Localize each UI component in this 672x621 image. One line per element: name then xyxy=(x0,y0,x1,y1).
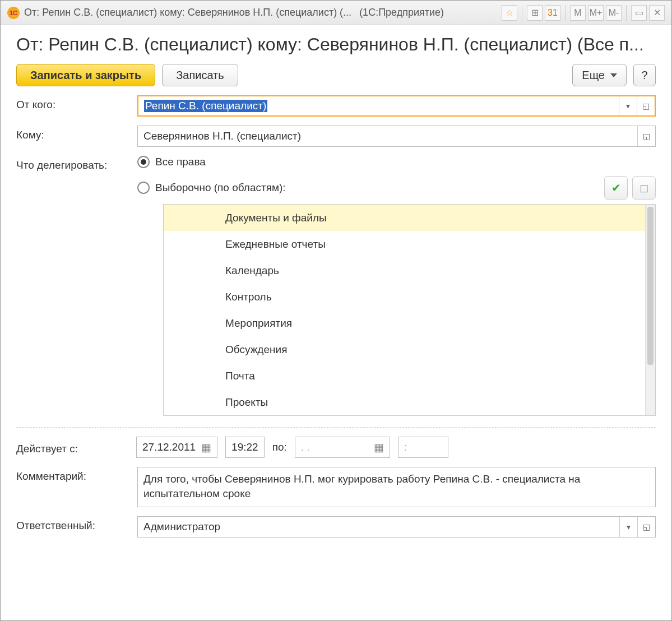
calendar-icon[interactable]: 31 xyxy=(545,5,560,21)
separator xyxy=(565,5,566,21)
scrollbar-thumb[interactable] xyxy=(647,207,654,365)
calculator-icon[interactable]: ⊞ xyxy=(527,5,543,21)
list-item-label: Ежедневные отчеты xyxy=(214,238,645,251)
row-handle xyxy=(164,389,214,415)
calendar-picker-icon[interactable]: ▦ xyxy=(374,441,384,454)
to-input[interactable]: Северянинов Н.П. (специалист) ◱ xyxy=(137,126,656,147)
list-item-label: Обсуждения xyxy=(214,344,645,356)
responsible-label: Ответственный: xyxy=(16,516,128,532)
date-to-input[interactable]: . . ▦ xyxy=(295,437,390,458)
valid-from-label: Действует с: xyxy=(16,439,128,455)
open-dialog-icon[interactable]: ◱ xyxy=(637,96,655,115)
comment-row: Комментарий: Для того, чтобы Северянинов… xyxy=(16,467,656,507)
radio-all-label: Все права xyxy=(155,156,206,168)
date-to-value: . . xyxy=(301,441,368,453)
content-area: От: Репин С.В. (специалист) кому: Северя… xyxy=(1,25,671,620)
responsible-input[interactable]: Администратор ▾ ◱ xyxy=(137,516,656,537)
responsible-row: Ответственный: Администратор ▾ ◱ xyxy=(16,516,656,537)
comment-label: Комментарий: xyxy=(16,467,128,483)
divider xyxy=(16,427,656,428)
app-name: (1С:Предприятие) xyxy=(359,7,444,18)
time-to-input[interactable]: : xyxy=(398,437,448,458)
from-input[interactable]: Репин С.В. (специалист) ▾ ◱ xyxy=(137,95,656,117)
radio-selective-label: Выборочно (по областям): xyxy=(155,182,286,194)
time-to-value: : xyxy=(404,441,407,453)
window-title: От: Репин С.В. (специалист) кому: Северя… xyxy=(24,7,351,18)
memory-mminus-icon[interactable]: M- xyxy=(606,5,622,21)
select-all-button[interactable]: ✔ xyxy=(604,176,628,200)
radio-unselected-icon xyxy=(137,182,150,194)
time-from-value: 19:22 xyxy=(231,441,258,453)
date-from-input[interactable]: 27.12.2011 ▦ xyxy=(136,437,217,458)
list-item[interactable]: Обсуждения xyxy=(164,336,645,363)
more-button-label: Еще xyxy=(582,69,605,82)
page-title: От: Репин С.В. (специалист) кому: Северя… xyxy=(16,34,656,55)
dropdown-icon[interactable]: ▾ xyxy=(619,96,637,115)
to-row: Кому: Северянинов Н.П. (специалист) ◱ xyxy=(16,126,656,147)
separator xyxy=(522,5,522,21)
to-label: Кому: xyxy=(16,126,128,141)
uncheck-icon: ◻ xyxy=(639,181,649,194)
list-item[interactable]: Проекты xyxy=(164,389,645,415)
list-item[interactable]: Календарь xyxy=(164,257,645,284)
list-item-label: Почта xyxy=(214,370,645,382)
delegate-label: Что делегировать: xyxy=(16,156,128,172)
row-handle xyxy=(164,257,214,284)
dropdown-icon[interactable]: ▾ xyxy=(619,517,637,537)
close-icon[interactable]: ✕ xyxy=(649,5,665,21)
valid-from-row: Действует с: 27.12.2011 ▦ 19:22 по: . . … xyxy=(16,437,656,458)
help-button[interactable]: ? xyxy=(633,64,656,86)
memory-mplus-icon[interactable]: M+ xyxy=(588,5,604,21)
app-window: 1C От: Репин С.В. (специалист) кому: Сев… xyxy=(0,0,672,621)
radio-all-rights[interactable]: Все права xyxy=(137,156,656,168)
list-item-label: Мероприятия xyxy=(214,317,645,330)
radio-selected-icon xyxy=(137,156,150,168)
responsible-value: Администратор xyxy=(138,521,619,533)
delegate-row: Что делегировать: Все права Выборочно (п… xyxy=(16,156,656,416)
row-handle xyxy=(164,231,214,257)
radio-selective[interactable]: Выборочно (по областям): xyxy=(137,182,286,194)
list-item[interactable]: Контроль xyxy=(164,284,645,310)
check-icon: ✔ xyxy=(611,181,621,194)
scrollbar[interactable] xyxy=(645,205,655,415)
favorite-icon[interactable]: ☆ xyxy=(502,5,517,21)
more-button[interactable]: Еще xyxy=(572,64,627,86)
separator xyxy=(626,5,627,21)
from-label: От кого: xyxy=(16,95,128,111)
from-row: От кого: Репин С.В. (специалист) ▾ ◱ xyxy=(16,95,656,117)
maximize-icon[interactable]: ▭ xyxy=(631,5,647,21)
to-value: Северянинов Н.П. (специалист) xyxy=(138,130,637,142)
list-item[interactable]: Мероприятия xyxy=(164,310,645,336)
list-item-label: Контроль xyxy=(214,291,645,303)
open-dialog-icon[interactable]: ◱ xyxy=(637,517,655,537)
list-item-label: Документы и файлы xyxy=(214,212,645,224)
date-from-value: 27.12.2011 xyxy=(142,441,196,453)
row-handle xyxy=(164,363,214,389)
calendar-picker-icon[interactable]: ▦ xyxy=(201,441,211,454)
list-item[interactable]: Документы и файлы xyxy=(164,205,645,231)
list-item-label: Календарь xyxy=(214,265,645,277)
from-value: Репин С.В. (специалист) xyxy=(144,100,267,112)
chevron-down-icon xyxy=(610,73,617,77)
row-handle xyxy=(164,205,214,231)
open-dialog-icon[interactable]: ◱ xyxy=(637,126,655,146)
titlebar: 1C От: Репин С.В. (специалист) кому: Сев… xyxy=(1,1,671,25)
memory-m-icon[interactable]: M xyxy=(570,5,586,21)
areas-list: Документы и файлыЕжедневные отчетыКаленд… xyxy=(163,204,656,416)
list-item-label: Проекты xyxy=(214,396,645,409)
toolbar: Записать и закрыть Записать Еще ? xyxy=(16,64,656,86)
save-button[interactable]: Записать xyxy=(162,64,238,86)
row-handle xyxy=(164,336,214,363)
row-handle xyxy=(164,310,214,336)
comment-input[interactable]: Для того, чтобы Северянинов Н.П. мог кур… xyxy=(137,467,656,507)
row-handle xyxy=(164,284,214,310)
deselect-all-button[interactable]: ◻ xyxy=(632,176,656,200)
app-logo-icon: 1C xyxy=(7,7,20,19)
time-from-input[interactable]: 19:22 xyxy=(225,437,265,458)
save-and-close-button[interactable]: Записать и закрыть xyxy=(16,64,155,86)
list-item[interactable]: Почта xyxy=(164,363,645,389)
list-item[interactable]: Ежедневные отчеты xyxy=(164,231,645,257)
to-label-2: по: xyxy=(272,441,287,453)
